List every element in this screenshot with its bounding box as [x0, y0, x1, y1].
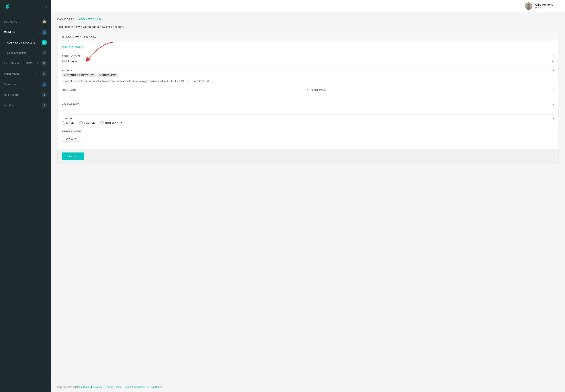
dashboard-icon: 🏠 [42, 19, 47, 24]
gender-radio-female[interactable] [79, 121, 83, 125]
children-icon: 👤 [42, 29, 47, 35]
breadcrumb-current: ADD NEW CHILD [79, 18, 101, 21]
gender-option-male[interactable]: MALE [62, 121, 74, 125]
avatar-image [525, 2, 533, 10]
sidebar-item-my-account[interactable]: My Account 👤 [0, 79, 51, 90]
footer-copyright: Copyright © 2023 [57, 386, 76, 389]
year-of-birth-group: YEAR OF BIRTH * [62, 100, 554, 115]
gender-label-male: MALE [66, 121, 74, 124]
logout-icon: ⤴ [42, 103, 47, 108]
last-name-input[interactable] [312, 93, 554, 98]
module-label: MODULE [62, 69, 554, 71]
account-type-select[interactable]: Trial Account Standard Account Premium A… [62, 59, 554, 64]
add-icon: + [42, 40, 47, 45]
submit-button[interactable]: Submit [62, 153, 84, 160]
page-content: DASHBOARD > ADD NEW CHILD This section a… [51, 12, 565, 382]
tag-label-identify: IDENTIFY & INSTRUCT [67, 74, 94, 77]
tag-label-intervene: INTERVENE [103, 74, 116, 77]
hamburger-menu-icon[interactable]: ☰ [556, 4, 559, 8]
first-name-input[interactable] [62, 93, 304, 98]
gender-label: GENDER [62, 117, 554, 120]
svg-point-3 [527, 7, 531, 10]
gender-required-star: * [553, 117, 554, 121]
back-arrow-icon2: < [36, 72, 38, 75]
select-file-button[interactable]: Select file [62, 136, 80, 142]
sidebar-item-intervene[interactable]: INTERVENE < ◎ [0, 69, 51, 79]
sidebar-logo: ⊙ [0, 0, 51, 14]
last-name-required: * [553, 89, 554, 92]
module-tag-intervene: ✕ INTERVENE [97, 73, 118, 77]
gear-icon: ⚙ [62, 35, 64, 39]
gender-radio-group: MALE FEMALE NON-BINARY [62, 121, 554, 125]
gender-group: GENDER * MALE FEMALE NON-BI [62, 115, 554, 127]
gender-label-female: FEMALE [84, 121, 95, 124]
svg-point-0 [7, 5, 8, 6]
sidebar-item-identify-instruct[interactable]: IDENTIFY & INSTRUCT < ⊞ [0, 58, 51, 69]
module-required-star: * [553, 69, 554, 72]
chevron-down-icon: ∨ [36, 31, 38, 33]
profile-image-group: PROFILE IMAGE Select file [62, 127, 554, 144]
account-type-label: ACCOUNT TYPE [62, 55, 554, 57]
sidebar-item-dashboard[interactable]: Dashboard 🏠 [0, 16, 51, 27]
sidebar-item-linked-accounts[interactable]: Linked Accounts ≡ [0, 48, 51, 58]
svg-point-2 [527, 4, 530, 7]
sidebar-item-log-out[interactable]: Log Out ⤴ [0, 100, 51, 111]
footer-company-link[interactable]: Bright Islands Education [76, 386, 102, 389]
footer-terms-link[interactable]: Terms & Conditions [125, 386, 145, 389]
target-icon: ⊙ [45, 5, 47, 9]
footer-pricing-link[interactable]: Pricing & Plan [106, 386, 121, 389]
tag-remove-intervene[interactable]: ✕ [99, 74, 101, 77]
gender-radio-male[interactable] [62, 121, 65, 125]
list-icon: ≡ [42, 50, 47, 56]
last-name-col: LAST NAME * [308, 89, 554, 98]
form-card-header: ⚙ ADD NEW CHILD FORM [58, 33, 559, 41]
header: Ollie Mcintyre Parent ☰ [51, 0, 565, 12]
first-name-col: FIRST NAME * [62, 89, 308, 98]
required-star: * [553, 55, 554, 58]
module-group: MODULE * ✕ IDENTIFY & INSTRUCT ✕ INTERVE… [62, 67, 554, 86]
module-tag-identify: ✕ IDENTIFY & INSTRUCT [62, 73, 96, 77]
identify-icon: ⊞ [42, 60, 47, 66]
main-content: Ollie Mcintyre Parent ☰ DASHBOARD > ADD … [51, 0, 565, 392]
submit-area: Submit [58, 149, 559, 164]
form-card-body: CHILD DETAILS ACCOUNT TYPE * Trial Accou… [58, 41, 559, 149]
footer-help-link[interactable]: Help Centre [150, 386, 162, 389]
gender-radio-nonbinary[interactable] [101, 121, 104, 125]
add-new-child-form-card: ⚙ ADD NEW CHILD FORM CHILD DETAILS ACCOU… [57, 33, 559, 164]
logo-icon [4, 3, 11, 11]
select-file-label: Select file [66, 137, 76, 140]
account-icon: 👤 [42, 82, 47, 87]
sidebar-item-children[interactable]: Children ∨ 👤 [0, 27, 51, 37]
footer: Copyright © 2023 Bright Islands Educatio… [51, 382, 565, 392]
year-of-birth-label: YEAR OF BIRTH [62, 103, 554, 105]
account-type-group: ACCOUNT TYPE * Trial Account Standard Ac… [62, 52, 554, 67]
tag-remove-identify[interactable]: ✕ [64, 74, 66, 77]
gender-option-female[interactable]: FEMALE [79, 121, 95, 125]
sidebar-navigation: Dashboard 🏠 Children ∨ 👤 Add New Child A… [0, 14, 51, 392]
intervene-icon: ◎ [42, 71, 47, 76]
profile-image-label: PROFILE IMAGE [62, 130, 554, 132]
account-type-select-wrapper: Trial Account Standard Account Premium A… [62, 59, 554, 64]
module-tags: ✕ IDENTIFY & INSTRUCT ✕ INTERVENE [62, 73, 554, 77]
module-hint: Please choose both options from the Modu… [62, 79, 554, 83]
back-arrow-icon: < [36, 62, 38, 65]
user-info: Ollie Mcintyre Parent [535, 3, 553, 9]
first-name-required: * [307, 89, 308, 92]
page-description: This section allows you to add a new chi… [57, 25, 559, 28]
gender-label-nonbinary: NON-BINARY [105, 121, 122, 124]
avatar [525, 2, 533, 10]
breadcrumb: DASHBOARD > ADD NEW CHILD [57, 18, 559, 21]
gender-option-nonbinary[interactable]: NON-BINARY [101, 121, 122, 125]
section-title: CHILD DETAILS [62, 46, 554, 49]
sidebar-item-add-new-child[interactable]: Add New Child Account + [0, 37, 51, 48]
breadcrumb-separator: > [76, 18, 77, 21]
year-required-star: * [553, 103, 554, 106]
sidebar: ⊙ Dashboard 🏠 Children ∨ 👤 Add New Child… [0, 0, 51, 392]
last-name-label: LAST NAME [312, 89, 554, 91]
sidebar-item-help-centre[interactable]: Help Centre ℹ [0, 90, 51, 100]
year-of-birth-input[interactable] [62, 107, 554, 112]
first-name-label: FIRST NAME [62, 89, 304, 91]
form-card-title: ADD NEW CHILD FORM [66, 36, 97, 39]
help-icon: ℹ [42, 92, 47, 98]
breadcrumb-home[interactable]: DASHBOARD [57, 18, 74, 21]
